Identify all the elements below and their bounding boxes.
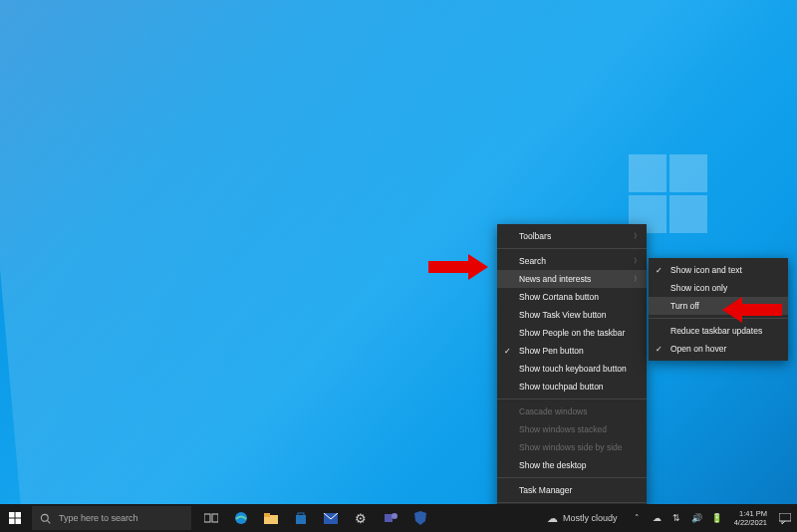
menu-separator	[497, 248, 647, 249]
menu-show-touch-kb[interactable]: Show touch keyboard button	[497, 360, 647, 378]
system-tray: ˄ ☁ ⇅ 🔊 🔋	[626, 513, 728, 524]
annotation-arrow-right	[722, 297, 782, 323]
chevron-up-icon: ˄	[635, 513, 640, 523]
annotation-arrow-left	[428, 254, 488, 280]
menu-label: Show touch keyboard button	[519, 364, 627, 374]
taskbar-app-settings[interactable]: ⚙	[347, 504, 374, 532]
menu-label: Show the desktop	[519, 460, 587, 470]
menu-label: Show windows side by side	[519, 442, 622, 452]
menu-search[interactable]: Search 〉	[497, 252, 647, 270]
taskbar-app-teams[interactable]	[377, 504, 403, 532]
desktop[interactable]: Toolbars 〉 Search 〉 News and interests 〉…	[0, 0, 797, 532]
svg-point-4	[41, 514, 48, 521]
svg-rect-0	[9, 512, 15, 518]
task-view-icon	[204, 512, 218, 524]
mail-icon	[324, 513, 338, 524]
taskbar: Type here to search ⚙	[0, 504, 797, 532]
menu-label: Show touchpad button	[519, 382, 604, 392]
check-icon: ✓	[656, 266, 663, 275]
taskbar-context-menu: Toolbars 〉 Search 〉 News and interests 〉…	[497, 224, 647, 532]
tray-volume[interactable]: 🔊	[691, 513, 702, 524]
taskbar-app-store[interactable]	[287, 504, 314, 532]
menu-label: Toolbars	[519, 231, 551, 241]
menu-toolbars[interactable]: Toolbars 〉	[497, 227, 647, 245]
menu-separator	[497, 477, 647, 478]
notification-center-button[interactable]	[773, 504, 797, 532]
battery-icon: 🔋	[711, 513, 722, 523]
search-placeholder: Type here to search	[59, 513, 138, 523]
menu-show-desktop[interactable]: Show the desktop	[497, 456, 647, 474]
tray-battery[interactable]: 🔋	[711, 513, 722, 524]
taskbar-clock[interactable]: 1:41 PM 4/22/2021	[728, 509, 773, 528]
menu-label: Show windows stacked	[519, 424, 607, 434]
notification-icon	[779, 513, 791, 524]
clock-time: 1:41 PM	[739, 509, 767, 518]
search-box[interactable]: Type here to search	[32, 506, 191, 530]
menu-label: Show Task View button	[519, 310, 607, 320]
gear-icon: ⚙	[355, 511, 367, 526]
folder-icon	[264, 512, 278, 524]
svg-rect-14	[385, 514, 393, 522]
svg-rect-2	[9, 519, 15, 525]
menu-show-touchpad[interactable]: Show touchpad button	[497, 378, 647, 396]
speaker-icon: 🔊	[691, 513, 702, 523]
tray-network[interactable]: ⇅	[671, 513, 682, 524]
clock-date: 4/22/2021	[734, 518, 767, 527]
menu-side-by-side: Show windows side by side	[497, 438, 647, 456]
news-weather-widget[interactable]: ☁ Mostly cloudy	[539, 512, 626, 525]
menu-label: Open on hover	[670, 344, 726, 354]
shield-icon	[414, 511, 426, 525]
svg-rect-1	[16, 512, 22, 518]
wifi-icon: ⇅	[672, 513, 680, 523]
chevron-right-icon: 〉	[634, 274, 641, 284]
search-icon	[40, 513, 51, 524]
svg-rect-10	[264, 513, 270, 517]
check-icon: ✓	[656, 345, 663, 354]
svg-rect-16	[779, 513, 791, 521]
chevron-right-icon: 〉	[634, 256, 641, 266]
submenu-icon-only[interactable]: Show icon only	[649, 279, 788, 297]
menu-label: Turn off	[670, 301, 699, 311]
cloud-icon: ☁	[653, 513, 662, 523]
menu-separator	[497, 399, 647, 399]
weather-text: Mostly cloudy	[563, 513, 618, 523]
svg-rect-6	[204, 514, 210, 522]
menu-show-people[interactable]: Show People on the taskbar	[497, 324, 647, 342]
weather-icon: ☁	[547, 512, 558, 525]
submenu-open-hover[interactable]: ✓ Open on hover	[649, 340, 788, 358]
menu-cascade: Cascade windows	[497, 402, 647, 420]
submenu-icon-text[interactable]: ✓ Show icon and text	[649, 261, 788, 279]
menu-label: Show People on the taskbar	[519, 328, 625, 338]
menu-separator	[497, 502, 647, 503]
menu-label: News and interests	[519, 274, 591, 284]
wallpaper-windows-logo	[629, 154, 707, 233]
svg-rect-3	[16, 519, 22, 525]
taskbar-app-edge[interactable]	[227, 504, 254, 532]
windows-logo-icon	[9, 512, 21, 524]
menu-label: Task Manager	[519, 485, 572, 495]
menu-label: Show icon and text	[670, 265, 742, 275]
taskbar-pinned-apps: ⚙	[197, 504, 433, 532]
taskbar-app-mail[interactable]	[317, 504, 344, 532]
taskbar-app-explorer[interactable]	[257, 504, 284, 532]
tray-onedrive[interactable]: ☁	[652, 513, 663, 524]
chevron-right-icon: 〉	[634, 231, 641, 241]
start-button[interactable]	[0, 504, 30, 532]
menu-news-interests[interactable]: News and interests 〉	[497, 270, 647, 288]
task-view-button[interactable]	[197, 504, 224, 532]
menu-label: Show Pen button	[519, 346, 584, 356]
menu-label: Show Cortana button	[519, 292, 599, 302]
menu-label: Cascade windows	[519, 406, 588, 416]
menu-show-cortana[interactable]: Show Cortana button	[497, 288, 647, 306]
menu-show-task-view[interactable]: Show Task View button	[497, 306, 647, 324]
teams-icon	[384, 511, 398, 525]
tray-overflow[interactable]: ˄	[632, 513, 643, 524]
menu-show-pen[interactable]: ✓ Show Pen button	[497, 342, 647, 360]
menu-task-manager[interactable]: Task Manager	[497, 481, 647, 499]
menu-label: Show icon only	[670, 283, 727, 293]
svg-rect-7	[212, 514, 218, 522]
submenu-reduce-updates[interactable]: Reduce taskbar updates	[649, 322, 788, 340]
menu-label: Search	[519, 256, 546, 266]
menu-label: Reduce taskbar updates	[670, 326, 762, 336]
taskbar-app-security[interactable]	[406, 504, 433, 532]
